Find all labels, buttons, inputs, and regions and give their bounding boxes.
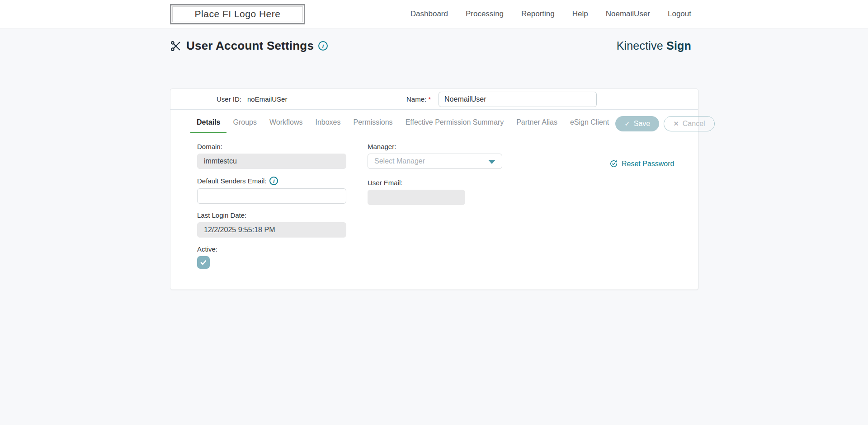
name-required-asterisk: * bbox=[428, 95, 431, 103]
tab-list: Details Groups Workflows Inboxes Permiss… bbox=[190, 114, 615, 133]
manager-field: Manager: Select Manager bbox=[368, 143, 502, 169]
domain-input bbox=[197, 154, 346, 169]
nav-item-current-user[interactable]: NoemailUser bbox=[606, 9, 650, 19]
nav-item-logout[interactable]: Logout bbox=[668, 9, 691, 19]
user-email-input bbox=[368, 190, 465, 205]
reset-password-link[interactable]: Reset Password bbox=[609, 159, 675, 168]
tools-icon bbox=[170, 40, 182, 52]
domain-field: Domain: bbox=[197, 143, 346, 169]
form-column-middle: Manager: Select Manager User Email: bbox=[368, 143, 502, 276]
form-column-left: Domain: Default Senders Email: i Last Lo… bbox=[197, 143, 346, 276]
default-senders-email-input[interactable] bbox=[197, 188, 346, 204]
brand-logo: Kinective Sign bbox=[617, 39, 691, 52]
last-login-date-label: Last Login Date: bbox=[197, 211, 346, 219]
user-id-label: User ID: bbox=[217, 95, 241, 103]
last-login-date-field: Last Login Date: bbox=[197, 211, 346, 238]
name-input[interactable] bbox=[439, 92, 597, 107]
user-id-value: noEmailUSer bbox=[247, 95, 406, 103]
check-icon bbox=[200, 259, 207, 266]
tab-details[interactable]: Details bbox=[190, 114, 226, 133]
chevron-down-icon bbox=[488, 160, 495, 164]
manager-select-placeholder: Select Manager bbox=[374, 157, 425, 165]
details-tab-panel: Domain: Default Senders Email: i Last Lo… bbox=[170, 133, 698, 276]
default-senders-email-label: Default Senders Email: bbox=[197, 177, 266, 185]
action-buttons: ✓ Save ✕ Cancel bbox=[615, 116, 714, 131]
user-email-field: User Email: bbox=[368, 179, 502, 205]
name-label: Name: bbox=[406, 95, 426, 103]
page-title-info-icon[interactable]: i bbox=[318, 41, 328, 51]
fi-logo-placeholder-text: Place FI Logo Here bbox=[195, 9, 281, 19]
user-email-label: User Email: bbox=[368, 179, 502, 187]
default-senders-email-info-icon[interactable]: i bbox=[269, 177, 278, 185]
nav-item-processing[interactable]: Processing bbox=[466, 9, 504, 19]
active-label: Active: bbox=[197, 245, 346, 253]
nav-links: Dashboard Processing Reporting Help Noem… bbox=[410, 9, 691, 19]
card-header-row: User ID: noEmailUSer Name: * bbox=[170, 89, 698, 110]
cancel-button[interactable]: ✕ Cancel bbox=[664, 116, 714, 131]
tab-inboxes[interactable]: Inboxes bbox=[309, 114, 347, 133]
domain-label: Domain: bbox=[197, 143, 346, 150]
page-title: User Account Settings bbox=[186, 39, 314, 53]
tab-groups[interactable]: Groups bbox=[226, 114, 263, 133]
active-field: Active: bbox=[197, 245, 346, 269]
default-senders-email-field: Default Senders Email: i bbox=[197, 177, 346, 204]
page-header: User Account Settings i Kinective Sign bbox=[170, 39, 691, 53]
tab-workflows[interactable]: Workflows bbox=[263, 114, 309, 133]
tabs-row: Details Groups Workflows Inboxes Permiss… bbox=[170, 110, 698, 133]
brand-name: Kinective bbox=[617, 39, 663, 52]
brand-product: Sign bbox=[666, 39, 691, 52]
manager-select[interactable]: Select Manager bbox=[368, 154, 502, 169]
tab-partner-alias[interactable]: Partner Alias bbox=[510, 114, 564, 133]
user-account-settings-card: User ID: noEmailUSer Name: * Details Gro… bbox=[170, 89, 698, 290]
save-button[interactable]: ✓ Save bbox=[615, 116, 659, 131]
form-column-right: Reset Password bbox=[609, 143, 675, 276]
close-icon: ✕ bbox=[673, 120, 679, 128]
reset-icon bbox=[609, 159, 618, 168]
last-login-date-input bbox=[197, 222, 346, 238]
tab-esign-client[interactable]: eSign Client bbox=[564, 114, 615, 133]
check-icon: ✓ bbox=[624, 120, 630, 128]
tab-permissions[interactable]: Permissions bbox=[347, 114, 399, 133]
tab-effective-permission-summary[interactable]: Effective Permission Summary bbox=[399, 114, 510, 133]
top-navigation-bar: Place FI Logo Here Dashboard Processing … bbox=[0, 0, 868, 28]
nav-item-help[interactable]: Help bbox=[572, 9, 588, 19]
active-checkbox[interactable] bbox=[197, 256, 210, 269]
fi-logo-placeholder: Place FI Logo Here bbox=[170, 4, 305, 24]
nav-item-reporting[interactable]: Reporting bbox=[521, 9, 555, 19]
manager-label: Manager: bbox=[368, 143, 502, 150]
nav-item-dashboard[interactable]: Dashboard bbox=[410, 9, 448, 19]
